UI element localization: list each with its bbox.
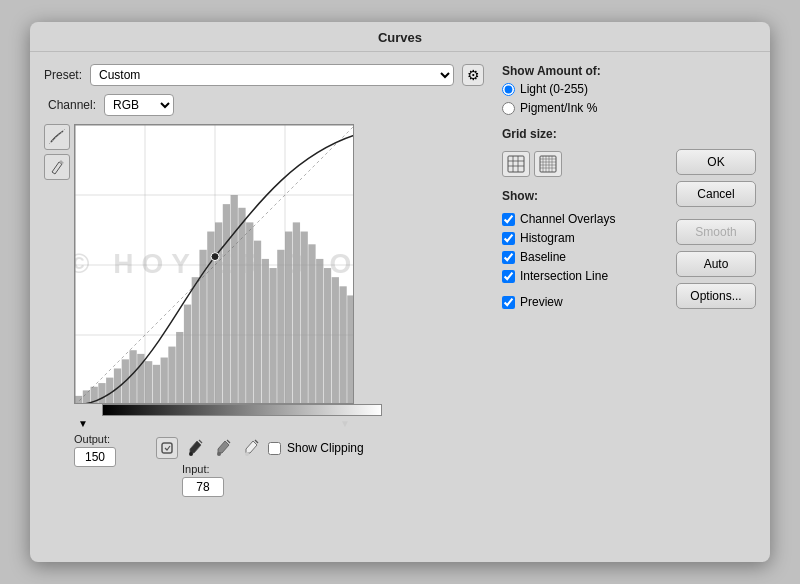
svg-rect-1 (162, 443, 172, 453)
gradient-bar (102, 404, 382, 416)
ok-button[interactable]: OK (676, 149, 756, 175)
top-section: Show Amount of: Light (0-255) Pigment/In… (502, 64, 756, 309)
black-eyedropper-button[interactable] (184, 437, 206, 459)
show-label: Show: (502, 189, 676, 203)
eyedropper-row: Show Clipping (156, 437, 364, 459)
input-section: Input: (182, 463, 224, 497)
curve-area: © HOY ER O O ▼ ▼ (44, 124, 484, 497)
grid-4x4-button[interactable] (502, 151, 530, 177)
light-label: Light (0-255) (520, 82, 588, 96)
channel-row: Channel: RGB Red Green Blue (44, 94, 484, 116)
light-radio-item[interactable]: Light (0-255) (502, 82, 676, 96)
options-button[interactable]: Options... (676, 283, 756, 309)
baseline-item[interactable]: Baseline (502, 250, 676, 264)
show-section: Show: Channel Overlays Histogram Baselin… (502, 189, 676, 283)
white-eyedropper-icon (243, 439, 259, 457)
channel-overlays-label: Channel Overlays (520, 212, 615, 226)
left-panel: Preset: Custom ⚙ Channel: RGB Red Green … (44, 64, 484, 497)
histogram-checkbox[interactable] (502, 232, 515, 245)
channel-label: Channel: (48, 98, 96, 112)
preset-row: Preset: Custom ⚙ (44, 64, 484, 86)
show-amount-section: Show Amount of: Light (0-255) Pigment/In… (502, 64, 676, 115)
dialog-title: Curves (30, 22, 770, 52)
grid-icons (502, 151, 676, 177)
show-amount-label: Show Amount of: (502, 64, 676, 78)
grid-size-section: Grid size: (502, 127, 676, 177)
pencil-icon (49, 159, 65, 175)
channel-overlays-checkbox[interactable] (502, 213, 515, 226)
white-triangle: ▼ (340, 418, 350, 429)
preset-select[interactable]: Custom (90, 64, 454, 86)
pigment-radio[interactable] (502, 102, 515, 115)
svg-rect-10 (540, 156, 556, 172)
intersection-line-checkbox[interactable] (502, 270, 515, 283)
gear-button[interactable]: ⚙ (462, 64, 484, 86)
show-clipping-checkbox[interactable] (268, 442, 281, 455)
clip-icon (160, 441, 174, 455)
tool-column (44, 124, 70, 497)
grid-10x10-button[interactable] (534, 151, 562, 177)
baseline-checkbox[interactable] (502, 251, 515, 264)
gear-icon: ⚙ (467, 67, 480, 83)
histogram-label: Histogram (520, 231, 575, 245)
svg-point-2 (189, 452, 193, 456)
gray-eyedropper-icon (215, 439, 231, 457)
preview-row[interactable]: Preview (502, 295, 676, 309)
black-eyedropper-icon (187, 439, 203, 457)
grid-10x10-icon (539, 155, 557, 173)
white-eyedropper-button[interactable] (240, 437, 262, 459)
histogram-item[interactable]: Histogram (502, 231, 676, 245)
channel-select[interactable]: RGB Red Green Blue (104, 94, 174, 116)
show-amount-radio-group: Light (0-255) Pigment/Ink % (502, 82, 676, 115)
right-options: Show Amount of: Light (0-255) Pigment/In… (502, 64, 676, 309)
grid-4x4-icon (507, 155, 525, 173)
input-input[interactable] (182, 477, 224, 497)
output-input[interactable] (74, 447, 116, 467)
preview-label: Preview (520, 295, 563, 309)
right-panel: Show Amount of: Light (0-255) Pigment/In… (496, 64, 756, 497)
preview-checkbox[interactable] (502, 296, 515, 309)
gray-eyedropper-button[interactable] (212, 437, 234, 459)
show-clipping-row: Show Clipping (268, 441, 364, 455)
curves-dialog: Curves Preset: Custom ⚙ Channel: RGB Red (30, 22, 770, 562)
light-radio[interactable] (502, 83, 515, 96)
cancel-button[interactable]: Cancel (676, 181, 756, 207)
intersection-line-label: Intersection Line (520, 269, 608, 283)
auto-button[interactable]: Auto (676, 251, 756, 277)
curve-tool-icon (49, 129, 65, 145)
curve-canvas[interactable]: © HOY ER O O (74, 124, 354, 404)
smooth-button[interactable]: Smooth (676, 219, 756, 245)
svg-point-3 (217, 452, 221, 456)
curve-tool-button[interactable] (44, 124, 70, 150)
pencil-tool-button[interactable] (44, 154, 70, 180)
intersection-line-item[interactable]: Intersection Line (502, 269, 676, 283)
svg-rect-5 (508, 156, 524, 172)
output-label: Output: (74, 433, 110, 445)
clip-tool-button[interactable] (156, 437, 178, 459)
output-section: Output: (74, 433, 116, 467)
show-clipping-label: Show Clipping (287, 441, 364, 455)
pigment-radio-item[interactable]: Pigment/Ink % (502, 101, 676, 115)
black-triangle: ▼ (78, 418, 88, 429)
pigment-label: Pigment/Ink % (520, 101, 597, 115)
action-buttons: OK Cancel Smooth Auto Options... (676, 149, 756, 309)
input-label: Input: (182, 463, 210, 475)
preset-label: Preset: (44, 68, 82, 82)
baseline-label: Baseline (520, 250, 566, 264)
channel-overlays-item[interactable]: Channel Overlays (502, 212, 676, 226)
svg-point-4 (245, 452, 249, 456)
grid-size-label: Grid size: (502, 127, 676, 141)
